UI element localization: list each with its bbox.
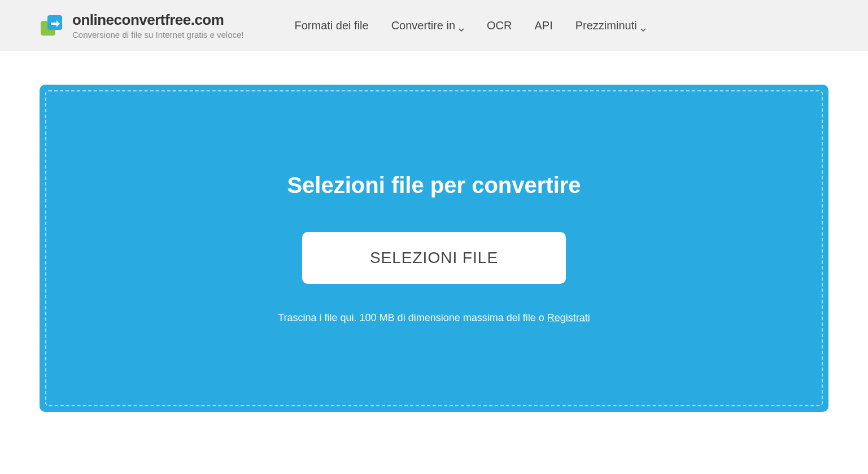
- chevron-down-icon: [459, 23, 464, 28]
- main-content: Selezioni file per convertire SELEZIONI …: [0, 51, 868, 412]
- select-file-button[interactable]: SELEZIONI FILE: [302, 232, 566, 284]
- nav-label: OCR: [487, 19, 512, 32]
- nav-formats[interactable]: Formati dei file: [295, 19, 369, 32]
- dropzone-hint: Trascina i file qui. 100 MB di dimension…: [278, 312, 590, 324]
- dropzone-inner: Selezioni file per convertire SELEZIONI …: [45, 90, 823, 406]
- hint-text: Trascina i file qui. 100 MB di dimension…: [278, 312, 547, 323]
- logo-text: onlineconvertfree.com Conversione di fil…: [72, 11, 244, 40]
- nav-label: API: [535, 19, 553, 32]
- site-header: onlineconvertfree.com Conversione di fil…: [0, 0, 868, 51]
- main-nav: Formati dei file Convertire in OCR API P…: [295, 19, 646, 32]
- logo-icon: [40, 13, 64, 38]
- register-link[interactable]: Registrati: [547, 312, 590, 323]
- dropzone-title: Selezioni file per convertire: [287, 173, 581, 198]
- file-dropzone[interactable]: Selezioni file per convertire SELEZIONI …: [40, 85, 828, 412]
- nav-label: Formati dei file: [295, 19, 369, 32]
- logo-title: onlineconvertfree.com: [72, 11, 244, 29]
- logo-section[interactable]: onlineconvertfree.com Conversione di fil…: [40, 11, 244, 40]
- nav-convert-to[interactable]: Convertire in: [391, 19, 464, 32]
- nav-label: Prezziminuti: [575, 19, 637, 32]
- nav-pricing[interactable]: Prezziminuti: [575, 19, 646, 32]
- logo-subtitle: Conversione di file su Internet gratis e…: [72, 30, 244, 40]
- chevron-down-icon: [640, 23, 646, 28]
- nav-label: Convertire in: [391, 19, 455, 32]
- nav-api[interactable]: API: [535, 19, 553, 32]
- nav-ocr[interactable]: OCR: [487, 19, 512, 32]
